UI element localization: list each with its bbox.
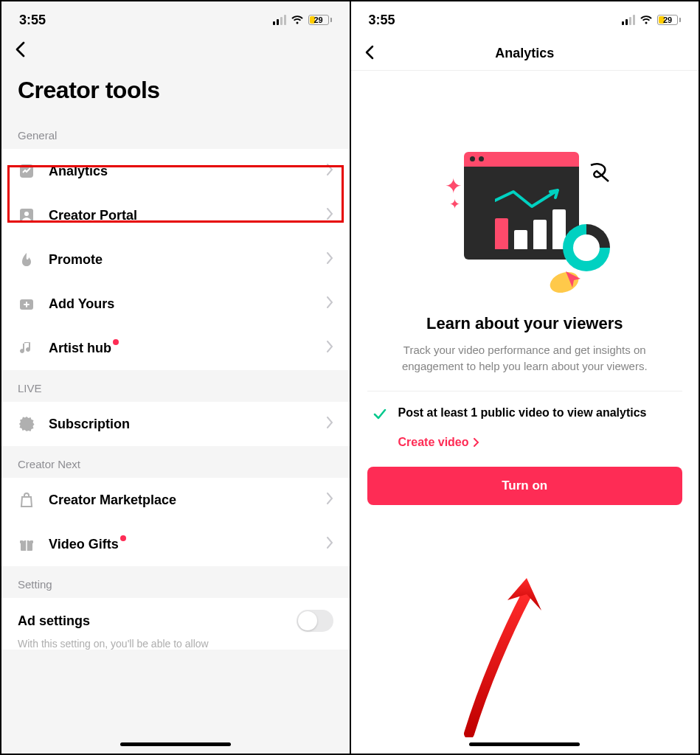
list-item-add-yours[interactable]: Add Yours [1,282,350,326]
wifi-icon [640,15,653,25]
list-item-analytics[interactable]: Analytics [1,149,350,193]
section-header-setting: Setting [1,566,350,598]
back-button[interactable] [364,44,374,64]
cellular-icon [622,15,635,25]
music-note-icon [18,339,35,357]
loop-icon [588,162,613,184]
divider [367,391,683,392]
toggle-switch[interactable] [297,610,333,632]
battery-icon: 29 [657,15,681,25]
list-item-subscription[interactable]: Subscription [1,402,350,446]
nav-bar [1,35,350,69]
list-item-creator-portal[interactable]: Creator Portal [1,193,350,237]
sparkle-icon: ✦ [449,196,460,212]
nav-title: Analytics [495,46,554,61]
camera-plus-icon [18,295,35,313]
portal-icon [18,206,35,224]
svg-point-2 [24,212,29,216]
home-indicator[interactable] [120,742,231,746]
chevron-right-icon [327,493,333,507]
gift-icon [18,535,35,553]
creator-tools-screen: 3:55 29 Creator tools General [1,1,350,754]
badge-dot [120,535,126,541]
star-badge-icon [18,415,35,433]
nav-bar: Analytics [351,35,699,71]
list-item-label: Add Yours [49,296,327,312]
cellular-icon [273,15,286,25]
checkmark-icon [372,406,388,425]
list-item-label: Artist hub [49,341,327,356]
status-bar: 3:55 29 [1,1,350,35]
status-time: 3:55 [19,13,46,28]
cursor-icon [564,270,583,289]
chevron-right-icon [327,252,333,267]
status-icons: 29 [622,15,681,25]
analytics-icon [18,162,35,180]
turn-on-button[interactable]: Turn on [367,467,683,505]
setting-description: With this setting on, you'll be able to … [1,636,350,650]
flame-icon [18,251,35,268]
section-header-live: LIVE [1,370,350,402]
chevron-right-icon [327,296,333,311]
sparkle-icon: ✦ [445,174,462,198]
chevron-right-icon [327,208,333,223]
list-item-video-gifts[interactable]: Video Gifts [1,522,350,566]
status-icons: 29 [273,15,332,25]
requirement-row: Post at least 1 public video to view ana… [351,405,699,431]
setting-ad-settings[interactable]: Ad settings [1,598,350,636]
shopping-bag-icon [18,491,35,509]
setting-label: Ad settings [18,613,297,629]
arrow-annotation [454,575,550,737]
section-header-general: General [1,117,350,149]
list-item-label: Creator Portal [49,208,327,223]
list-item-label: Analytics [49,164,327,179]
chevron-right-icon [327,164,333,178]
battery-icon: 29 [308,15,332,25]
wifi-icon [291,15,304,25]
create-video-link[interactable]: Create video [351,431,699,449]
requirement-text: Post at least 1 public video to view ana… [398,405,647,421]
section-header-creator-next: Creator Next [1,446,350,478]
list-item-label: Subscription [49,417,327,432]
headline: Learn about your viewers [351,314,699,342]
chevron-right-icon [327,341,333,355]
status-time: 3:55 [369,13,395,28]
analytics-screen: 3:55 29 Analytics [351,1,699,754]
home-indicator[interactable] [469,742,580,746]
analytics-illustration: ✦ ✦ [443,152,606,285]
page-title: Creator tools [1,69,350,117]
list-item-artist-hub[interactable]: Artist hub [1,326,350,370]
list-item-label: Video Gifts [49,537,327,552]
status-bar: 3:55 29 [351,1,699,35]
list-item-label: Creator Marketplace [49,493,327,508]
back-button[interactable] [15,41,25,62]
list-item-creator-marketplace[interactable]: Creator Marketplace [1,478,350,522]
list-item-label: Promote [49,252,327,268]
chevron-right-icon [327,537,333,552]
list-item-promote[interactable]: Promote [1,237,350,282]
badge-dot [113,339,119,345]
subtext: Track your video performance and get ins… [351,342,699,391]
chevron-right-icon [327,417,333,431]
